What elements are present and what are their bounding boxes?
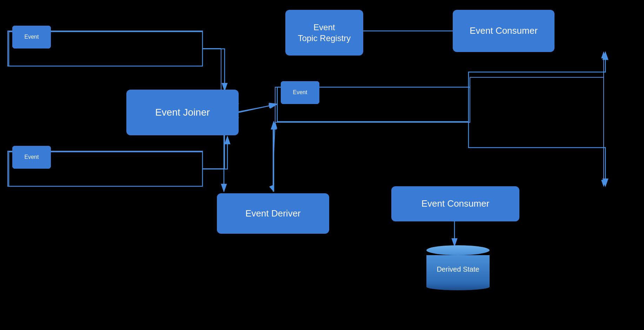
event-box-tl-4: Event [12,26,51,48]
svg-line-11 [238,105,275,112]
cylinder-top [426,245,490,255]
event-deriver-box: Event Deriver [217,193,329,234]
event-joiner-box: Event Joiner [126,90,239,135]
event-consumer-top-box: Event Consumer [453,10,555,52]
svg-line-13 [273,190,274,192]
cylinder-bottom [426,283,490,290]
svg-line-21 [273,122,275,169]
event-consumer-bottom-box: Event Consumer [391,186,519,221]
diagram-container: Event Event Event Event Event Event Even… [0,0,644,330]
cylinder-body: Derived State [426,255,490,283]
event-topic-registry-box: EventTopic Registry [285,10,363,56]
event-box-bl-4: Event [12,146,51,169]
svg-line-28 [239,104,277,112]
derived-state-cylinder: Derived State [419,245,497,290]
event-box-mr-4: Event [281,81,319,104]
